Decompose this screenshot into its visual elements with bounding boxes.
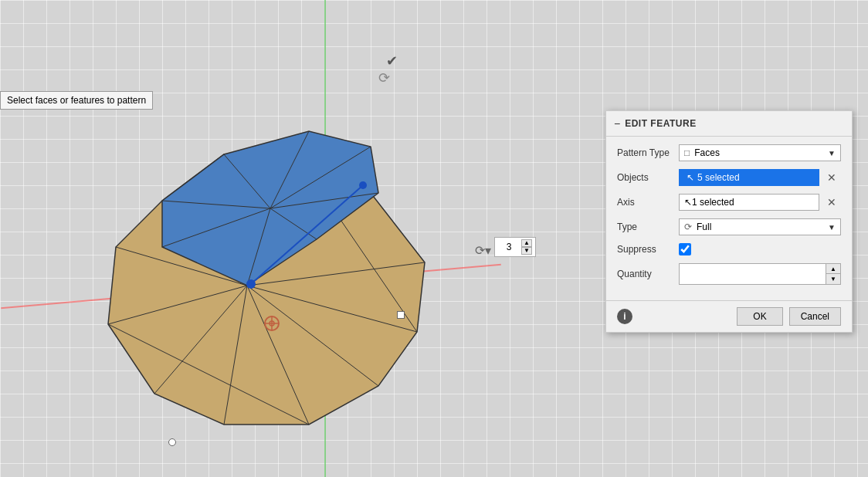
inline-spinner-down[interactable]: ▼ <box>521 247 532 255</box>
type-row: Type ⟳ Full ▼ <box>617 218 841 235</box>
axis-label: Axis <box>617 197 679 208</box>
panel-header: − EDIT FEATURE <box>606 111 852 137</box>
quantity-control: 3 ▲ ▼ <box>679 263 841 285</box>
objects-selected-button[interactable]: ↖ 5 selected <box>679 169 819 186</box>
axis-selected-text: 1 selected <box>692 197 814 208</box>
floating-orbit-icon[interactable]: ⟳ <box>378 69 390 86</box>
floating-checkmark[interactable]: ✔ <box>386 52 398 69</box>
pattern-type-icon: □ <box>684 147 690 158</box>
pattern-type-value: Faces <box>694 147 720 158</box>
suppress-label: Suppress <box>617 244 679 255</box>
pattern-type-control: □ Faces ▼ <box>679 144 841 161</box>
type-arrow: ▼ <box>828 223 836 232</box>
quantity-label: Quantity <box>617 269 679 279</box>
type-rotate-icon: ⟳ <box>684 222 692 232</box>
handle-square-1[interactable] <box>397 311 405 319</box>
axis-clear-button[interactable]: ✕ <box>822 195 841 210</box>
quantity-spinner[interactable]: ▲ ▼ <box>826 264 840 284</box>
cancel-button[interactable]: Cancel <box>789 307 841 326</box>
panel-body: Pattern Type □ Faces ▼ Objects ↖ 5 selec… <box>606 137 852 300</box>
objects-label: Objects <box>617 172 679 183</box>
suppress-row: Suppress <box>617 243 841 255</box>
type-control: ⟳ Full ▼ <box>679 218 841 235</box>
suppress-checkbox[interactable] <box>679 243 691 255</box>
objects-cursor-icon: ↖ <box>687 172 694 183</box>
pattern-type-row: Pattern Type □ Faces ▼ <box>617 144 841 161</box>
panel-title: EDIT FEATURE <box>625 118 696 129</box>
quantity-input-wrapper: 3 ▲ ▼ <box>679 263 841 285</box>
pattern-type-label: Pattern Type <box>617 147 679 158</box>
axis-cursor-icon: ↖ <box>684 197 692 208</box>
objects-clear-button[interactable]: ✕ <box>822 170 841 185</box>
axis-control: ↖ 1 selected ✕ <box>679 194 841 211</box>
inline-spinner-up[interactable]: ▲ <box>521 239 532 247</box>
panel-footer: i OK Cancel <box>606 300 852 332</box>
quantity-row: Quantity 3 ▲ ▼ <box>617 263 841 285</box>
inline-spinner[interactable]: ▲ ▼ <box>521 239 532 255</box>
inline-quantity-field[interactable]: 3 <box>498 242 520 252</box>
edit-feature-panel: − EDIT FEATURE Pattern Type □ Faces ▼ Ob… <box>605 110 853 333</box>
ok-button[interactable]: OK <box>737 307 782 326</box>
quantity-field[interactable]: 3 <box>680 266 826 282</box>
rotate-mode-icon[interactable]: ⟳▾ <box>475 243 491 258</box>
axis-selected-display[interactable]: ↖ 1 selected <box>679 194 819 211</box>
quantity-spinner-down[interactable]: ▼ <box>826 274 840 284</box>
type-dropdown[interactable]: ⟳ Full ▼ <box>679 218 841 235</box>
quantity-spinner-up[interactable]: ▲ <box>826 264 840 274</box>
crosshair-icon <box>263 314 281 333</box>
pattern-type-dropdown[interactable]: □ Faces ▼ <box>679 144 841 161</box>
type-label: Type <box>617 222 679 232</box>
handle-circle-1[interactable] <box>168 438 176 446</box>
inline-quantity-input[interactable]: 3 ▲ ▼ <box>494 237 536 257</box>
objects-selected-text: 5 selected <box>697 172 740 183</box>
pattern-type-arrow: ▼ <box>828 149 836 157</box>
panel-collapse-icon[interactable]: − <box>614 117 620 130</box>
type-value: Full <box>697 222 711 232</box>
objects-control: ↖ 5 selected ✕ <box>679 169 841 186</box>
axis-row: Axis ↖ 1 selected ✕ <box>617 194 841 211</box>
objects-row: Objects ↖ 5 selected ✕ <box>617 169 841 186</box>
svg-point-27 <box>359 181 367 189</box>
footer-buttons: OK Cancel <box>737 307 841 326</box>
suppress-control <box>679 243 841 255</box>
tooltip-label: Select faces or features to pattern <box>0 91 153 110</box>
info-button[interactable]: i <box>617 309 632 324</box>
viewport: Select faces or features to pattern <box>0 0 868 477</box>
svg-point-26 <box>246 279 256 289</box>
